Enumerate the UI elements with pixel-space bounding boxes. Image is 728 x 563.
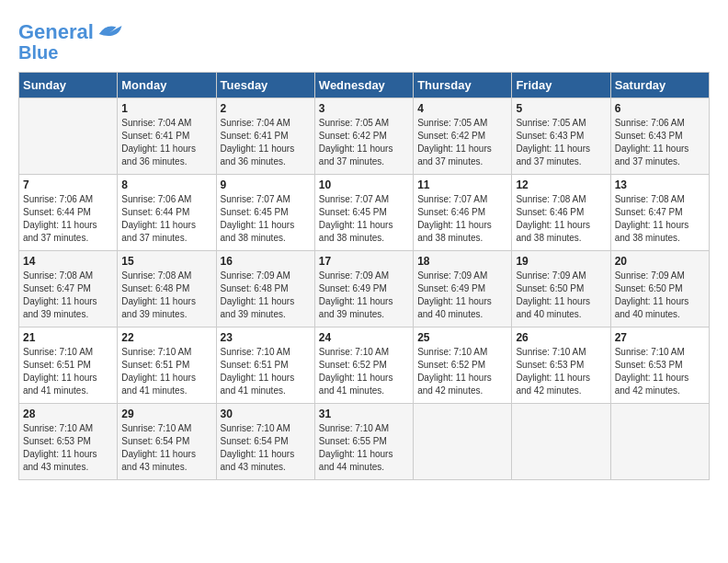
day-number: 16 [221, 255, 311, 268]
sunrise-text: Sunrise: 7:09 AM [319, 270, 389, 281]
sunset-text: Sunset: 6:54 PM [221, 436, 289, 446]
daylight-text: Daylight: 11 hours and 42 minutes. [516, 373, 590, 396]
cell-content: Sunrise: 7:09 AMSunset: 6:48 PMDaylight:… [221, 270, 311, 321]
sunset-text: Sunset: 6:55 PM [319, 436, 387, 446]
cell-content: Sunrise: 7:10 AMSunset: 6:54 PMDaylight:… [221, 422, 311, 474]
cell-content: Sunrise: 7:10 AMSunset: 6:55 PMDaylight:… [319, 422, 409, 474]
logo-text: General [18, 21, 94, 43]
sunset-text: Sunset: 6:41 PM [221, 131, 289, 141]
sunset-text: Sunset: 6:42 PM [417, 131, 485, 141]
sunrise-text: Sunrise: 7:10 AM [615, 347, 685, 357]
logo: General Blue [18, 18, 123, 63]
day-number: 4 [417, 102, 507, 115]
header-cell-saturday: Saturday [610, 73, 709, 98]
day-number: 9 [221, 178, 311, 191]
daylight-text: Daylight: 11 hours and 38 minutes. [615, 220, 689, 243]
cell-content: Sunrise: 7:06 AMSunset: 6:43 PMDaylight:… [615, 117, 705, 168]
header-cell-friday: Friday [512, 73, 610, 98]
cell-content: Sunrise: 7:07 AMSunset: 6:45 PMDaylight:… [221, 193, 311, 245]
daylight-text: Daylight: 11 hours and 43 minutes. [221, 449, 295, 472]
cell-content: Sunrise: 7:05 AMSunset: 6:42 PMDaylight:… [319, 117, 409, 168]
calendar-cell: 28Sunrise: 7:10 AMSunset: 6:53 PMDayligh… [19, 404, 118, 480]
calendar-cell: 14Sunrise: 7:08 AMSunset: 6:47 PMDayligh… [19, 251, 118, 327]
daylight-text: Daylight: 11 hours and 37 minutes. [417, 144, 492, 167]
cell-content: Sunrise: 7:09 AMSunset: 6:49 PMDaylight:… [319, 270, 409, 321]
sunrise-text: Sunrise: 7:05 AM [319, 118, 389, 128]
calendar-cell: 29Sunrise: 7:10 AMSunset: 6:54 PMDayligh… [118, 404, 216, 480]
daylight-text: Daylight: 11 hours and 41 minutes. [221, 373, 295, 396]
day-number: 26 [516, 331, 606, 344]
header-cell-wednesday: Wednesday [314, 73, 413, 98]
calendar-table: SundayMondayTuesdayWednesdayThursdayFrid… [18, 72, 710, 480]
calendar-cell: 9Sunrise: 7:07 AMSunset: 6:45 PMDaylight… [216, 175, 314, 251]
day-number: 8 [121, 178, 211, 191]
calendar-week-row: 28Sunrise: 7:10 AMSunset: 6:53 PMDayligh… [19, 404, 710, 480]
sunrise-text: Sunrise: 7:10 AM [121, 423, 191, 433]
sunrise-text: Sunrise: 7:07 AM [221, 194, 290, 204]
daylight-text: Daylight: 11 hours and 36 minutes. [121, 144, 196, 167]
sunrise-text: Sunrise: 7:09 AM [417, 270, 487, 281]
day-number: 19 [516, 255, 606, 268]
calendar-cell: 1Sunrise: 7:04 AMSunset: 6:41 PMDaylight… [118, 98, 216, 175]
daylight-text: Daylight: 11 hours and 37 minutes. [615, 144, 689, 167]
cell-content: Sunrise: 7:09 AMSunset: 6:50 PMDaylight:… [615, 270, 705, 321]
calendar-cell: 26Sunrise: 7:10 AMSunset: 6:53 PMDayligh… [512, 327, 610, 404]
sunset-text: Sunset: 6:49 PM [417, 283, 485, 293]
sunset-text: Sunset: 6:53 PM [516, 360, 584, 370]
calendar-cell: 6Sunrise: 7:06 AMSunset: 6:43 PMDaylight… [610, 98, 709, 175]
cell-content: Sunrise: 7:08 AMSunset: 6:47 PMDaylight:… [23, 270, 113, 321]
daylight-text: Daylight: 11 hours and 40 minutes. [516, 296, 590, 319]
sunset-text: Sunset: 6:50 PM [516, 283, 584, 293]
sunrise-text: Sunrise: 7:06 AM [23, 194, 93, 204]
sunrise-text: Sunrise: 7:10 AM [319, 423, 389, 433]
daylight-text: Daylight: 11 hours and 38 minutes. [319, 220, 393, 243]
sunrise-text: Sunrise: 7:08 AM [23, 270, 93, 281]
sunset-text: Sunset: 6:51 PM [23, 360, 91, 370]
daylight-text: Daylight: 11 hours and 39 minutes. [221, 296, 295, 319]
sunset-text: Sunset: 6:52 PM [417, 360, 485, 370]
calendar-cell: 22Sunrise: 7:10 AMSunset: 6:51 PMDayligh… [118, 327, 216, 404]
sunrise-text: Sunrise: 7:06 AM [615, 118, 685, 128]
day-number: 31 [319, 408, 409, 420]
day-number: 10 [319, 178, 409, 191]
cell-content: Sunrise: 7:04 AMSunset: 6:41 PMDaylight:… [121, 117, 211, 168]
calendar-cell: 4Sunrise: 7:05 AMSunset: 6:42 PMDaylight… [414, 98, 512, 175]
daylight-text: Daylight: 11 hours and 42 minutes. [615, 373, 689, 396]
sunset-text: Sunset: 6:46 PM [417, 207, 485, 217]
daylight-text: Daylight: 11 hours and 39 minutes. [319, 296, 393, 319]
cell-content: Sunrise: 7:05 AMSunset: 6:43 PMDaylight:… [516, 117, 606, 168]
daylight-text: Daylight: 11 hours and 43 minutes. [23, 449, 97, 472]
sunset-text: Sunset: 6:44 PM [121, 207, 189, 217]
header-cell-monday: Monday [118, 73, 216, 98]
header-cell-sunday: Sunday [19, 73, 118, 98]
sunrise-text: Sunrise: 7:08 AM [615, 194, 685, 204]
calendar-cell [512, 404, 610, 480]
cell-content: Sunrise: 7:06 AMSunset: 6:44 PMDaylight:… [121, 193, 211, 245]
calendar-cell: 5Sunrise: 7:05 AMSunset: 6:43 PMDaylight… [512, 98, 610, 175]
calendar-cell: 2Sunrise: 7:04 AMSunset: 6:41 PMDaylight… [216, 98, 314, 175]
cell-content: Sunrise: 7:10 AMSunset: 6:51 PMDaylight:… [23, 346, 113, 397]
calendar-cell: 10Sunrise: 7:07 AMSunset: 6:45 PMDayligh… [314, 175, 413, 251]
daylight-text: Daylight: 11 hours and 37 minutes. [23, 220, 97, 243]
sunrise-text: Sunrise: 7:10 AM [121, 347, 191, 357]
sunrise-text: Sunrise: 7:08 AM [121, 270, 191, 281]
daylight-text: Daylight: 11 hours and 37 minutes. [516, 144, 590, 167]
day-number: 2 [221, 102, 311, 115]
header-cell-tuesday: Tuesday [216, 73, 314, 98]
day-number: 14 [23, 255, 113, 268]
calendar-cell: 24Sunrise: 7:10 AMSunset: 6:52 PMDayligh… [314, 327, 413, 404]
cell-content: Sunrise: 7:08 AMSunset: 6:48 PMDaylight:… [121, 270, 211, 321]
day-number: 17 [319, 255, 409, 268]
cell-content: Sunrise: 7:07 AMSunset: 6:45 PMDaylight:… [319, 193, 409, 245]
sunrise-text: Sunrise: 7:10 AM [417, 347, 487, 357]
sunrise-text: Sunrise: 7:10 AM [23, 423, 93, 433]
day-number: 24 [319, 331, 409, 344]
calendar-cell: 13Sunrise: 7:08 AMSunset: 6:47 PMDayligh… [610, 175, 709, 251]
day-number: 25 [417, 331, 507, 344]
sunrise-text: Sunrise: 7:09 AM [516, 270, 586, 281]
calendar-week-row: 14Sunrise: 7:08 AMSunset: 6:47 PMDayligh… [19, 251, 710, 327]
cell-content: Sunrise: 7:08 AMSunset: 6:46 PMDaylight:… [516, 193, 606, 245]
calendar-cell: 11Sunrise: 7:07 AMSunset: 6:46 PMDayligh… [414, 175, 512, 251]
calendar-cell [19, 98, 118, 175]
calendar-cell: 23Sunrise: 7:10 AMSunset: 6:51 PMDayligh… [216, 327, 314, 404]
